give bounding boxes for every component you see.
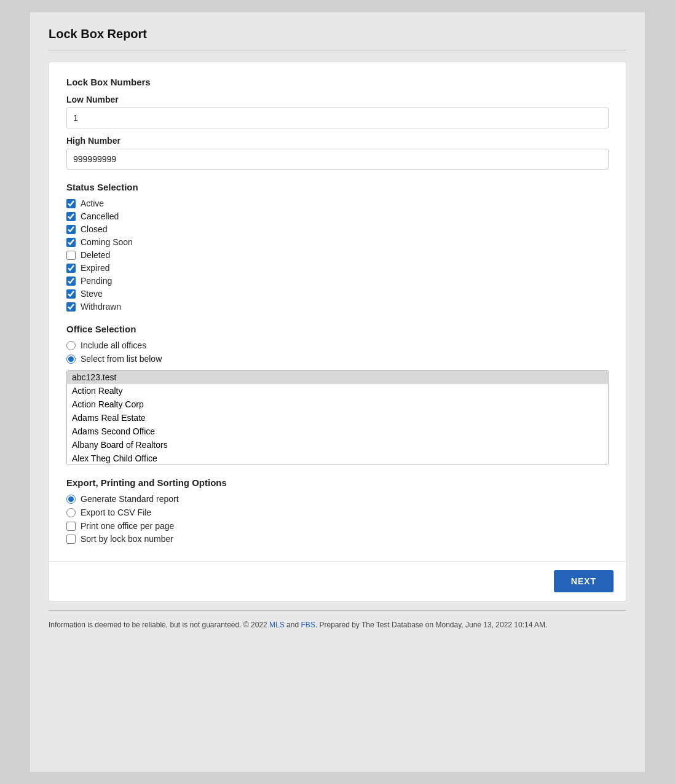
status-active-checkbox[interactable] [66,199,76,208]
status-pending[interactable]: Pending [66,276,609,286]
next-button[interactable]: NEXT [554,570,614,592]
status-active[interactable]: Active [66,198,609,208]
low-number-input[interactable] [66,108,609,128]
office-all-radio[interactable] [66,341,76,350]
high-number-input[interactable] [66,149,609,170]
status-withdrawn[interactable]: Withdrawn [66,302,609,312]
office-option-adams-real-estate[interactable]: Adams Real Estate [67,411,608,425]
footer-fbs-link[interactable]: FBS [301,621,315,629]
office-list-radio[interactable] [66,355,76,364]
status-steve[interactable]: Steve [66,289,609,299]
footer-text: Information is deemed to be reliable, bu… [49,619,626,630]
status-checkbox-group: Active Cancelled Closed Coming Soon [66,198,609,312]
office-option-action-realty[interactable]: Action Realty [67,384,608,398]
footer-divider [49,610,626,611]
sort-by-lockbox-label[interactable]: Sort by lock box number [66,534,609,544]
print-one-office-checkbox[interactable] [66,522,76,531]
export-csv-radio[interactable] [66,508,76,517]
office-option-abc123[interactable]: abc123.test [67,370,608,384]
status-deleted[interactable]: Deleted [66,250,609,260]
status-cancelled-checkbox[interactable] [66,212,76,221]
low-number-label: Low Number [66,95,609,104]
export-csv-radio-label[interactable]: Export to CSV File [66,508,609,517]
export-standard-radio-label[interactable]: Generate Standard report [66,494,609,504]
high-number-label: High Number [66,136,609,146]
status-steve-checkbox[interactable] [66,289,76,299]
page-title: Lock Box Report [49,27,626,41]
status-cancelled[interactable]: Cancelled [66,211,609,221]
status-deleted-checkbox[interactable] [66,251,76,260]
office-option-albany[interactable]: Albany Board of Realtors [67,438,608,452]
status-expired-checkbox[interactable] [66,264,76,273]
sort-by-lockbox-checkbox[interactable] [66,535,76,544]
lock-box-numbers-section-title: Lock Box Numbers [66,77,609,87]
print-one-office-label[interactable]: Print one office per page [66,521,609,531]
action-card: NEXT [49,562,626,602]
office-all-radio-label[interactable]: Include all offices [66,340,609,350]
main-card: Lock Box Numbers Low Number High Number … [49,61,626,562]
office-list[interactable]: abc123.test Action Realty Action Realty … [66,370,609,465]
export-section-title: Export, Printing and Sorting Options [66,477,609,488]
status-selection-title: Status Selection [66,182,609,192]
top-divider [49,50,626,50]
status-pending-checkbox[interactable] [66,276,76,286]
status-closed-checkbox[interactable] [66,225,76,234]
office-option-action-realty-corp[interactable]: Action Realty Corp [67,398,608,411]
status-closed[interactable]: Closed [66,224,609,234]
export-standard-radio[interactable] [66,495,76,504]
footer-mls-link[interactable]: MLS [269,621,285,629]
office-option-adams-second[interactable]: Adams Second Office [67,425,608,438]
office-radio-group: Include all offices Select from list bel… [66,340,609,364]
print-options-group: Print one office per page Sort by lock b… [66,521,609,544]
status-expired[interactable]: Expired [66,263,609,273]
export-radio-group: Generate Standard report Export to CSV F… [66,494,609,517]
status-coming-soon-checkbox[interactable] [66,238,76,247]
office-option-alex-theg[interactable]: Alex Theg Child Office [67,452,608,465]
office-list-radio-label[interactable]: Select from list below [66,354,609,364]
office-selection-title: Office Selection [66,324,609,334]
status-coming-soon[interactable]: Coming Soon [66,237,609,247]
status-withdrawn-checkbox[interactable] [66,302,76,312]
